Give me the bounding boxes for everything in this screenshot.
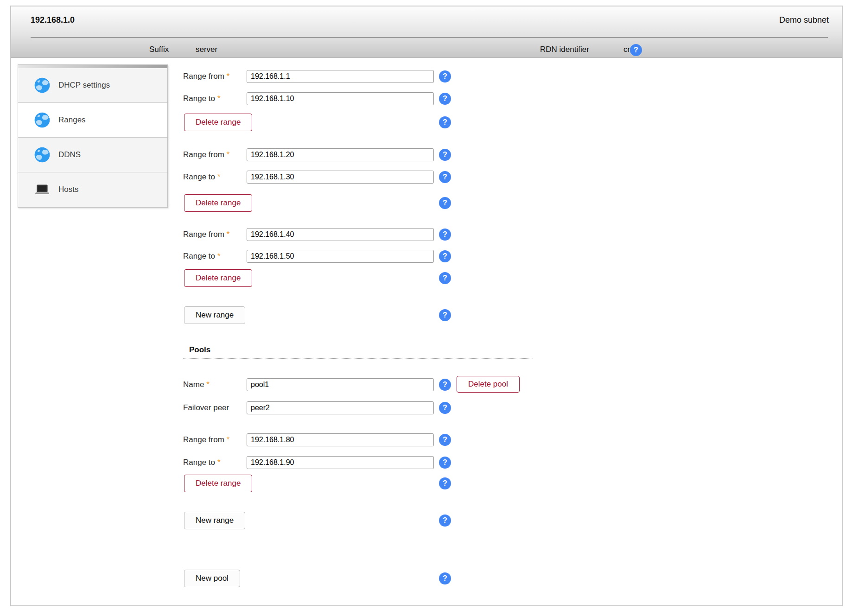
- help-icon[interactable]: ?: [439, 309, 451, 321]
- range-to-label: Range to*: [183, 94, 247, 103]
- failover-peer-input[interactable]: [247, 401, 434, 414]
- range-to-label: Range to*: [183, 458, 247, 467]
- range-to-input[interactable]: [247, 250, 434, 263]
- required-marker: *: [227, 150, 230, 159]
- help-icon[interactable]: ?: [439, 477, 451, 489]
- label-text: Range from: [183, 230, 224, 239]
- new-range-button[interactable]: New range: [184, 512, 245, 529]
- suffix-label: Suffix: [149, 45, 169, 54]
- header-band: [11, 6, 842, 58]
- page-title: 192.168.1.0: [31, 15, 75, 25]
- range-to-row: Range to*: [183, 456, 434, 469]
- delete-pool-button[interactable]: Delete pool: [457, 376, 520, 393]
- range-to-row: Range to*: [183, 92, 434, 105]
- delete-range-button[interactable]: Delete range: [184, 269, 252, 287]
- pools-divider: [183, 358, 533, 359]
- help-icon[interactable]: ?: [439, 171, 451, 183]
- sidebar-item-ranges[interactable]: Ranges: [18, 102, 167, 137]
- help-icon[interactable]: ?: [439, 379, 451, 391]
- pool-name-input[interactable]: [247, 378, 434, 391]
- range-to-input[interactable]: [247, 92, 434, 105]
- delete-range-button[interactable]: Delete range: [184, 475, 252, 492]
- sidebar-item-label: Hosts: [58, 185, 78, 194]
- help-icon[interactable]: ?: [439, 457, 451, 469]
- range-from-label: Range from*: [183, 72, 247, 81]
- sidebar-item-label: DDNS: [58, 150, 81, 159]
- new-range-button[interactable]: New range: [184, 306, 245, 324]
- help-icon[interactable]: ?: [439, 434, 451, 446]
- range-to-input[interactable]: [247, 171, 434, 184]
- label-text: Range to: [183, 458, 215, 467]
- required-marker: *: [206, 380, 210, 389]
- range-from-input[interactable]: [247, 148, 434, 161]
- delete-range-button[interactable]: Delete range: [184, 194, 252, 212]
- delete-range-button[interactable]: Delete range: [184, 114, 252, 131]
- label-text: Range from: [183, 150, 224, 159]
- help-icon[interactable]: ?: [439, 572, 451, 584]
- range-to-row: Range to*: [183, 171, 434, 184]
- help-icon[interactable]: ?: [439, 93, 451, 105]
- subnet-window: 192.168.1.0 Demo subnet Suffix server RD…: [10, 6, 843, 606]
- range-to-input[interactable]: [247, 456, 434, 469]
- sidebar-item-label: DHCP settings: [58, 81, 110, 90]
- sidebar-top-strip: [18, 65, 167, 68]
- pools-heading: Pools: [189, 345, 210, 355]
- label-text: Range from: [183, 435, 224, 444]
- range-from-row: Range from*: [183, 148, 434, 161]
- range-to-label: Range to*: [183, 252, 247, 261]
- help-icon[interactable]: ?: [439, 514, 451, 527]
- required-marker: *: [217, 94, 221, 103]
- sidebar-item-hosts[interactable]: Hosts: [18, 172, 167, 207]
- required-marker: *: [227, 72, 230, 81]
- required-marker: *: [217, 252, 221, 260]
- page: 192.168.1.0 Demo subnet Suffix server RD…: [0, 0, 858, 616]
- range-from-input[interactable]: [247, 70, 434, 83]
- laptop-icon: [33, 181, 51, 198]
- required-marker: *: [217, 458, 221, 467]
- label-text: Range from: [183, 72, 224, 81]
- required-marker: *: [217, 172, 221, 181]
- rdn-identifier-label: RDN identifier: [540, 45, 589, 54]
- help-icon[interactable]: ?: [630, 44, 642, 56]
- range-from-input[interactable]: [247, 433, 434, 446]
- required-marker: *: [227, 435, 230, 444]
- pool-name-label: Name*: [183, 380, 247, 389]
- failover-peer-label: Failover peer: [183, 403, 247, 413]
- sidebar-item-dhcp-settings[interactable]: DHCP settings: [18, 68, 167, 102]
- help-icon[interactable]: ?: [439, 402, 451, 414]
- sidebar: DHCP settings Ranges: [18, 64, 168, 208]
- range-from-input[interactable]: [247, 228, 434, 241]
- range-from-label: Range from*: [183, 435, 247, 445]
- subnet-description: Demo subnet: [779, 15, 829, 25]
- required-marker: *: [227, 230, 230, 239]
- range-to-label: Range to*: [183, 172, 247, 182]
- new-pool-button[interactable]: New pool: [184, 570, 240, 587]
- help-icon[interactable]: ?: [439, 197, 451, 209]
- help-icon[interactable]: ?: [439, 272, 451, 284]
- header-divider: [31, 37, 828, 38]
- globe-icon: [33, 76, 51, 94]
- label-text: Range to: [183, 172, 215, 181]
- help-icon[interactable]: ?: [439, 149, 451, 161]
- pool-name-row: Name*: [183, 378, 434, 391]
- sidebar-item-label: Ranges: [58, 115, 86, 125]
- help-icon[interactable]: ?: [439, 250, 451, 262]
- range-from-label: Range from*: [183, 150, 247, 159]
- range-from-label: Range from*: [183, 230, 247, 239]
- range-to-row: Range to*: [183, 250, 434, 263]
- range-from-row: Range from*: [183, 70, 434, 83]
- label-text: Failover peer: [183, 403, 229, 412]
- label-text: Name: [183, 380, 204, 389]
- help-icon[interactable]: ?: [439, 70, 451, 83]
- range-from-row: Range from*: [183, 433, 434, 446]
- label-text: Range to: [183, 252, 215, 260]
- help-icon[interactable]: ?: [439, 229, 451, 241]
- globe-icon: [33, 111, 51, 129]
- range-from-row: Range from*: [183, 228, 434, 241]
- suffix-value: server: [196, 45, 217, 54]
- failover-peer-row: Failover peer: [183, 401, 434, 414]
- help-icon[interactable]: ?: [439, 116, 451, 128]
- label-text: Range to: [183, 94, 215, 103]
- globe-icon: [33, 146, 51, 164]
- sidebar-item-ddns[interactable]: DDNS: [18, 137, 167, 172]
